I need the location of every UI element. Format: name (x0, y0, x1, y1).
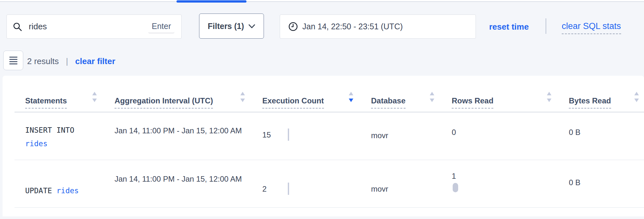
sort-toggle-icon[interactable] (547, 92, 552, 103)
rows-read-value: 1 (452, 172, 456, 180)
column-header-database[interactable]: Database (371, 96, 406, 105)
column-header-statements[interactable]: Statements (25, 96, 67, 105)
rows-read-cell: 0 (452, 128, 456, 137)
chevron-down-icon (248, 24, 255, 28)
execution-count-bar (288, 129, 289, 141)
column-selector-button[interactable] (3, 51, 23, 70)
aggregation-interval-cell: Jan 14, 11:00 PM - Jan 15, 12:00 AM (115, 124, 242, 138)
clear-filter-link[interactable]: clear filter (75, 56, 115, 66)
rows-read-value: 0 (452, 128, 456, 137)
statement-keyword: INSERT INTO (25, 126, 74, 134)
filters-dropdown-button[interactable]: Filters (1) (199, 14, 264, 39)
aggregation-interval-cell: Jan 14, 11:00 PM - Jan 15, 12:00 AM (115, 172, 242, 186)
time-range-picker[interactable]: Jan 14, 22:50 - 23:51 (UTC) (280, 14, 476, 39)
column-header-aggregation-interval[interactable]: Aggregation Interval (UTC) (115, 96, 213, 105)
statement-cell: UPDATE rides (25, 184, 79, 197)
statements-table-card: Statements Aggregation Interval (UTC) Ex… (3, 76, 644, 216)
search-input[interactable] (29, 22, 148, 32)
tab-bar (0, 0, 644, 2)
execution-count-value: 2 (262, 185, 267, 193)
column-header-execution-count[interactable]: Execution Count (262, 96, 324, 105)
statement-table-link[interactable]: rides (25, 139, 47, 148)
search-box[interactable]: Enter (6, 14, 182, 39)
active-tab-indicator (176, 0, 247, 3)
table-row: INSERT INTO rides Jan 14, 11:00 PM - Jan… (3, 112, 644, 160)
sort-toggle-icon[interactable] (240, 92, 245, 103)
database-cell: movr (371, 185, 388, 194)
clock-icon (288, 22, 298, 31)
results-count: 2 results (27, 56, 59, 66)
results-bar: 2 results | clear filter (27, 55, 115, 67)
results-divider: | (66, 56, 68, 66)
toolbar-divider (546, 18, 546, 34)
sort-toggle-icon[interactable] (429, 92, 435, 103)
enter-key-hint: Enter (148, 21, 175, 33)
rows-read-bar (453, 183, 458, 192)
bytes-read-cell: 0 B (569, 178, 580, 187)
execution-count-bar (288, 183, 289, 195)
sort-toggle-icon[interactable] (634, 92, 639, 103)
column-header-bytes-read[interactable]: Bytes Read (569, 96, 611, 105)
time-range-value: Jan 14, 22:50 - 23:51 (UTC) (302, 22, 403, 31)
column-header-rows-read[interactable]: Rows Read (452, 96, 493, 105)
sort-toggle-icon[interactable] (92, 92, 97, 103)
bytes-read-cell: 0 B (569, 128, 580, 137)
database-cell: movr (371, 131, 388, 140)
menu-icon (9, 56, 18, 65)
search-icon (13, 22, 22, 32)
reset-time-link[interactable]: reset time (489, 22, 529, 32)
statement-keyword: UPDATE (25, 186, 52, 195)
sort-toggle-icon-active-desc[interactable] (348, 92, 354, 103)
clear-sql-stats-link[interactable]: clear SQL stats (562, 21, 621, 34)
filters-label: Filters (1) (208, 22, 244, 31)
execution-count-value: 15 (262, 130, 271, 139)
execution-count-cell: 2 (262, 185, 267, 194)
statement-table-link[interactable]: rides (56, 186, 79, 195)
table-header-row: Statements Aggregation Interval (UTC) Ex… (3, 76, 644, 112)
execution-count-cell: 15 (262, 130, 271, 139)
rows-read-cell: 1 (452, 172, 458, 192)
statement-cell: INSERT INTO rides (25, 123, 94, 150)
table-row: UPDATE rides Jan 14, 11:00 PM - Jan 15, … (3, 160, 644, 208)
